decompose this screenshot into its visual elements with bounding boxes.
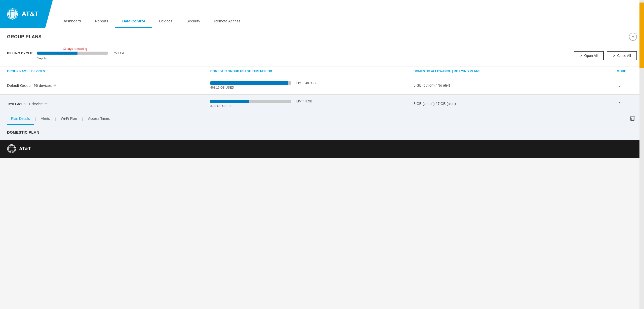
allowance-cell-2: 8 GB (cut-off) / 7 GB (alert) (414, 102, 617, 106)
svg-point-7 (631, 5, 633, 7)
user-icon (630, 5, 634, 9)
billing-left: BILLING CYCLE: 13 days remaining Oct 1st… (7, 51, 124, 60)
domestic-plan-section: DOMESTIC PLAN (0, 125, 644, 140)
edit-icon-2[interactable]: ✏ (45, 102, 48, 106)
col-header-allowance: DOMESTIC ALLOWANCE | ROAMING PLANS (414, 69, 617, 73)
group-name-cell-1: Default Group | 96 devices ✏ (7, 83, 210, 88)
svg-point-15 (9, 144, 15, 153)
delete-button[interactable] (628, 113, 637, 124)
expand-button-1[interactable]: ⌄ (617, 82, 623, 89)
days-remaining-label: 13 days remaining (62, 47, 87, 51)
app-footer: AT&T (0, 140, 644, 158)
usage-used-1: 468.16 GB USED (210, 86, 414, 89)
usage-bar-1 (210, 81, 291, 85)
col-header-name: GROUP NAME | DEVICES (7, 69, 210, 73)
group-name-text-2: Test Group | 1 device (7, 102, 43, 106)
sub-tab-sep-2: | (54, 117, 57, 121)
sub-tab-wifi-plan[interactable]: Wi-Fi Plan (57, 113, 81, 125)
group-name-cell-2: Test Group | 1 device ✏ (7, 102, 210, 106)
tab-reports[interactable]: Reports (88, 15, 115, 28)
scrollbar-thumb[interactable] (639, 3, 644, 68)
billing-start-date: Sep 1st (37, 57, 48, 60)
x-icon: ✕ (613, 54, 616, 58)
nav-area: Dashboard Reports Data Control Devices S… (45, 0, 644, 28)
table-header: GROUP NAME | DEVICES DOMESTIC GROUP USAG… (0, 66, 644, 76)
svg-point-13 (7, 144, 16, 153)
main-content: GROUP PLANS + BILLING CYCLE: 13 days rem… (0, 28, 644, 140)
svg-point-17 (7, 146, 16, 152)
groups-table: GROUP NAME | DEVICES DOMESTIC GROUP USAG… (0, 66, 644, 140)
plus-icon: + (631, 34, 634, 40)
usage-limit-1: LIMIT: 480 GB (296, 81, 316, 85)
help-button[interactable]: ? (617, 3, 625, 11)
usage-cell-1: LIMIT: 480 GB 468.16 GB USED (210, 81, 414, 89)
svg-point-16 (7, 147, 16, 150)
checkmark-icon: ✓ (580, 54, 583, 58)
allowance-cell-1: 5 GB (cut-off) / No alert (414, 83, 617, 87)
sub-tab-sep-3: | (81, 117, 84, 121)
col-header-usage: DOMESTIC GROUP USAGE THIS PERIOD (210, 69, 414, 73)
tab-dashboard[interactable]: Dashboard (55, 15, 88, 28)
open-all-label: Open All (584, 54, 598, 58)
billing-cycle-section: BILLING CYCLE: 13 days remaining Oct 1st… (0, 46, 644, 64)
expand-cell-2: ⌄ (617, 100, 637, 107)
add-group-button[interactable]: + (629, 33, 637, 41)
logo-area: AT&T (0, 0, 50, 28)
logo-text: AT&T (22, 10, 38, 18)
group-plans-title: GROUP PLANS (7, 34, 42, 40)
tab-devices[interactable]: Devices (152, 15, 179, 28)
usage-bar-row-2: LIMIT: 8 GB (210, 100, 414, 103)
billing-cycle-label: BILLING CYCLE: (7, 51, 33, 55)
usage-used-2: 3.90 GB USED (210, 104, 414, 108)
footer-logo-text: AT&T (19, 146, 31, 151)
domestic-plan-title: DOMESTIC PLAN (7, 130, 39, 134)
sub-tabs-actions (628, 113, 637, 124)
billing-actions: ✓ Open All ✕ Close All (574, 51, 637, 60)
sub-tab-plan-details[interactable]: Plan Details (7, 113, 34, 125)
edit-icon-1[interactable]: ✏ (54, 83, 57, 87)
usage-limit-2: LIMIT: 8 GB (296, 100, 312, 103)
scrollbar[interactable] (639, 0, 644, 158)
usage-fill-2 (210, 100, 249, 103)
tab-remote-access[interactable]: Remote Access (207, 15, 247, 28)
table-row: Default Group | 96 devices ✏ LIMIT: 480 … (0, 76, 644, 95)
sub-tab-sep-1: | (34, 117, 37, 121)
main-nav: Dashboard Reports Data Control Devices S… (48, 15, 248, 28)
collapse-button-2[interactable]: ⌄ (617, 100, 623, 107)
sub-tab-alerts[interactable]: Alerts (37, 113, 54, 125)
billing-bar-container: 13 days remaining (37, 52, 108, 55)
billing-end-date: Oct 1st (114, 51, 124, 55)
usage-cell-2: LIMIT: 8 GB 3.90 GB USED (210, 100, 414, 108)
tab-data-control[interactable]: Data Control (115, 15, 152, 28)
close-all-button[interactable]: ✕ Close All (607, 51, 637, 60)
close-all-label: Close All (617, 54, 631, 58)
open-all-button[interactable]: ✓ Open All (574, 51, 604, 60)
footer-att-logo-icon (7, 144, 16, 153)
sub-tabs-row: Plan Details | Alerts | Wi-Fi Plan | Acc… (0, 113, 644, 125)
user-profile-button[interactable] (628, 3, 636, 11)
svg-rect-8 (631, 117, 634, 121)
usage-bar-2 (210, 100, 291, 103)
group-name-text-1: Default Group | 96 devices (7, 83, 52, 88)
tab-security[interactable]: Security (179, 15, 207, 28)
header-icons: ? (617, 3, 636, 11)
billing-top-row: BILLING CYCLE: 13 days remaining Oct 1st (7, 51, 124, 55)
table-row: Test Group | 1 device ✏ LIMIT: 8 GB 3.90… (0, 95, 644, 113)
billing-dates-row: Sep 1st (7, 57, 124, 60)
billing-progress-fill (37, 52, 77, 55)
trash-icon (630, 115, 635, 121)
billing-progress-bar (37, 52, 108, 55)
group-plans-header: GROUP PLANS + (0, 28, 644, 46)
att-logo-icon (6, 7, 19, 20)
usage-bar-row-1: LIMIT: 480 GB (210, 81, 414, 85)
app-header: AT&T Dashboard Reports Data Control Devi… (0, 0, 644, 28)
sub-tab-access-times[interactable]: Access Times (84, 113, 114, 125)
col-header-more: MORE (617, 69, 637, 73)
expand-cell-1: ⌄ (617, 82, 637, 89)
usage-fill-1 (210, 81, 288, 85)
